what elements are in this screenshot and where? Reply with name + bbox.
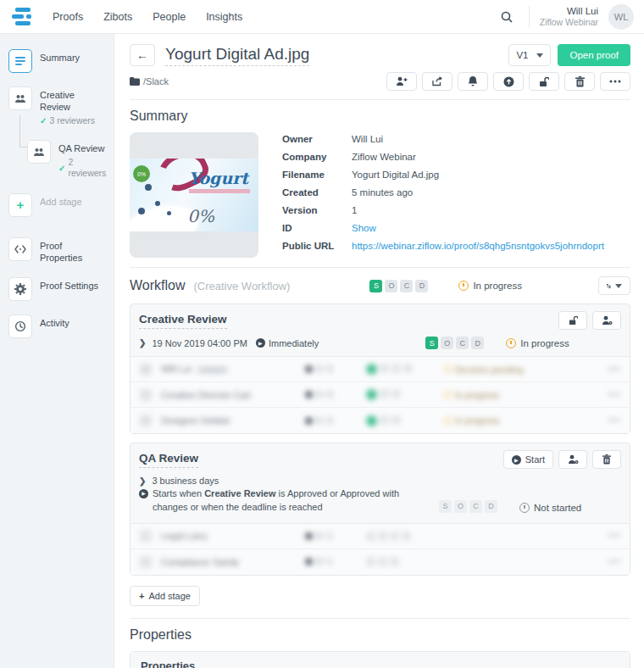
- field-label: Public URL: [282, 241, 352, 251]
- nav-insights[interactable]: Insights: [206, 11, 242, 23]
- reviewer-avatar: L: [139, 529, 153, 543]
- expand-chevron[interactable]: ❯: [139, 476, 146, 486]
- reviewers-icon: [8, 86, 32, 110]
- reviewer-row[interactable]: C Creative Director Carl 0 / 3 In progre…: [130, 382, 630, 408]
- search-icon[interactable]: [495, 5, 519, 29]
- nav-zibots[interactable]: Zibots: [103, 11, 132, 23]
- check-icon: ✓: [40, 115, 47, 126]
- workflow-view-button[interactable]: [598, 276, 630, 295]
- reviewer-name: Designer Debbie: [161, 415, 305, 426]
- share-button[interactable]: [422, 72, 452, 91]
- show-id-link[interactable]: Show: [352, 223, 376, 233]
- sidebar-item-qa-review[interactable]: QA Review ✓2 reviewers: [27, 140, 105, 180]
- field-value: 1: [352, 205, 357, 215]
- sidebar-activity-label: Activity: [40, 315, 69, 329]
- workflow-status: In progress: [458, 281, 522, 291]
- back-button[interactable]: ←: [130, 44, 155, 66]
- row-more-icon[interactable]: •••: [608, 415, 621, 426]
- reviewer-progress: 0 / 3: [305, 390, 366, 399]
- user-company: Ziflow Webinar: [540, 17, 598, 28]
- row-more-icon[interactable]: •••: [608, 389, 621, 401]
- add-reviewer-button[interactable]: [386, 72, 417, 91]
- avatar[interactable]: WL: [608, 4, 634, 30]
- plus-icon: +: [8, 193, 32, 217]
- more-button[interactable]: [600, 72, 630, 91]
- unlock-icon: [539, 76, 549, 87]
- workflow-socd-badges: S O C D: [369, 280, 428, 292]
- reviewer-decision-badges: [366, 415, 444, 426]
- start-icon: ▶: [139, 489, 148, 498]
- stage-lock-button[interactable]: [558, 311, 587, 330]
- reviewer-name: Creative Director Carl: [161, 390, 305, 400]
- start-stage-button[interactable]: ▶ Start: [503, 450, 553, 469]
- reviewer-row[interactable]: L Legal Larry 0 / 1 •••: [130, 524, 630, 549]
- sidebar-item-proof-properties[interactable]: Proof Properties: [8, 237, 105, 264]
- public-url-link[interactable]: https://webinar.ziflow.io/proof/s8qhg5ns…: [352, 241, 604, 251]
- reviewer-decision-badges: [366, 364, 444, 375]
- sidebar-item-activity[interactable]: Activity: [8, 315, 105, 338]
- notifications-button[interactable]: [458, 72, 488, 91]
- stage-socd-badges: S O C D: [439, 500, 497, 513]
- stage-name[interactable]: QA Review: [139, 452, 198, 468]
- manage-reviewers-button[interactable]: [592, 311, 621, 330]
- badge-commented: C: [400, 280, 413, 292]
- stage-start-condition: ▶ Starts when Creative Review is Approve…: [139, 487, 419, 515]
- breadcrumb[interactable]: /Slack: [130, 76, 169, 86]
- lock-button[interactable]: [529, 72, 559, 91]
- share-icon: [432, 76, 443, 86]
- hierarchy-icon: [607, 281, 611, 291]
- nav-people[interactable]: People: [153, 11, 186, 23]
- user-name: Will Lui: [540, 5, 598, 17]
- delete-button[interactable]: [564, 72, 595, 91]
- field-value: Will Lui: [352, 134, 383, 144]
- proof-thumbnail[interactable]: 0% Yogurt 0%: [130, 132, 258, 258]
- reviewer-decision-badges: [366, 389, 444, 400]
- stage-status: In progress: [506, 338, 569, 348]
- version-select[interactable]: V1: [508, 44, 551, 66]
- field-label: Filename: [282, 170, 352, 180]
- manage-reviewers-button[interactable]: [558, 450, 587, 469]
- person-plus-icon: [396, 76, 408, 86]
- proof-title[interactable]: Yogurt Digital Ad.jpg: [165, 45, 309, 66]
- row-more-icon[interactable]: •••: [608, 530, 621, 542]
- open-proof-button[interactable]: Open proof: [558, 44, 630, 66]
- sidebar-item-proof-settings[interactable]: Proof Settings: [8, 277, 105, 301]
- summary-icon: [8, 49, 32, 73]
- check-icon: ✓: [58, 163, 65, 174]
- badge-commented: C: [456, 337, 469, 349]
- reviewer-row[interactable]: W Will LuiOWNER 0 / 3 Decision pending •…: [130, 357, 630, 382]
- start-icon: ▶: [256, 338, 265, 348]
- badge-submitted: S: [439, 500, 452, 513]
- yogurt-ad-image: 0% Yogurt 0%: [130, 159, 258, 231]
- new-version-button[interactable]: [493, 72, 524, 91]
- sidebar-item-creative-review[interactable]: Creative Review ✓3 reviewers: [8, 86, 105, 126]
- sidebar-proof-settings-label: Proof Settings: [40, 277, 98, 292]
- user-info[interactable]: Will Lui Ziflow Webinar: [540, 5, 598, 29]
- badge-decided: D: [485, 500, 497, 513]
- add-stage-button[interactable]: + Add stage: [130, 586, 200, 606]
- reviewer-row[interactable]: D Designer Debbie 0 / 3 In progress •••: [130, 408, 630, 433]
- field-value: 5 minutes ago: [352, 187, 413, 198]
- trash-icon: [602, 454, 611, 465]
- reviewer-name: Legal Larry: [161, 531, 305, 541]
- ziflow-logo[interactable]: [12, 7, 34, 27]
- proof-toolbar: [386, 72, 630, 91]
- main-content: ← Yogurt Digital Ad.jpg V1 Open proof /S…: [114, 34, 644, 668]
- stage-name[interactable]: Creative Review: [139, 313, 227, 329]
- row-more-icon[interactable]: •••: [608, 556, 621, 568]
- row-more-icon[interactable]: •••: [608, 364, 621, 376]
- sidebar-item-summary[interactable]: Summary: [8, 49, 105, 73]
- sidebar-proof-properties-label: Proof Properties: [40, 237, 105, 264]
- reviewer-avatar: C: [139, 555, 153, 569]
- gear-icon: [8, 277, 32, 301]
- expand-chevron[interactable]: ❯: [139, 338, 146, 348]
- delete-stage-button[interactable]: [592, 450, 621, 469]
- sidebar: Summary Creative Review ✓3 reviewers QA …: [0, 34, 114, 668]
- reviewer-name: Will LuiOWNER: [161, 364, 305, 375]
- reviewer-row[interactable]: C Compliance Sandy 0 / 1 •••: [130, 549, 630, 575]
- nav-proofs[interactable]: Proofs: [53, 11, 83, 23]
- field-value: Ziflow Webinar: [352, 152, 416, 162]
- sidebar-item-add-stage[interactable]: + Add stage: [8, 193, 105, 217]
- badge-decided: D: [471, 337, 484, 349]
- properties-card-title: Properties: [130, 652, 630, 668]
